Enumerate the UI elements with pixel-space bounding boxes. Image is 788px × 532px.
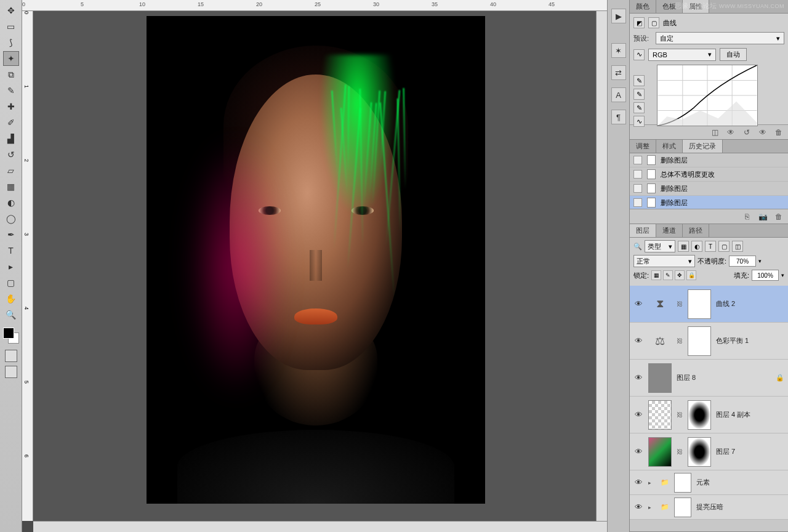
- type-tool[interactable]: T: [3, 243, 19, 258]
- layer-thumb[interactable]: [648, 363, 672, 393]
- move-tool[interactable]: ✥: [3, 3, 19, 18]
- tab-history[interactable]: 历史记录: [683, 140, 723, 153]
- history-item[interactable]: 总体不透明度更改: [630, 167, 788, 182]
- quick-mask-toggle[interactable]: [5, 350, 17, 362]
- lock-pixel-icon[interactable]: ✎: [663, 270, 673, 280]
- layer-thumb[interactable]: [648, 400, 672, 430]
- layer-mask-thumb[interactable]: [688, 437, 711, 467]
- quick-select-tool[interactable]: ✦: [3, 51, 19, 66]
- layer-row[interactable]: 👁▸📁提亮压暗: [630, 495, 788, 520]
- visibility-icon[interactable]: 👁: [757, 127, 768, 137]
- preset-select[interactable]: 自定▾: [656, 32, 784, 44]
- brush-preset-icon[interactable]: ✶: [611, 43, 626, 58]
- tab-styles[interactable]: 样式: [656, 140, 683, 153]
- layer-row[interactable]: 👁⛓图层 4 副本: [630, 397, 788, 433]
- filter-pixel-icon[interactable]: ▦: [678, 241, 689, 252]
- pen-tool[interactable]: ✒: [3, 227, 19, 242]
- blend-mode-select[interactable]: 正常▾: [633, 255, 695, 267]
- tab-color[interactable]: 颜色: [630, 0, 656, 13]
- layer-name[interactable]: 元素: [696, 478, 784, 487]
- screen-mode-toggle[interactable]: [5, 366, 17, 378]
- layer-visibility-icon[interactable]: 👁: [633, 410, 643, 420]
- shape-tool[interactable]: ▢: [3, 275, 19, 290]
- healing-tool[interactable]: ✚: [3, 99, 19, 114]
- play-icon[interactable]: ▶: [611, 9, 626, 23]
- layer-mask-thumb[interactable]: [688, 289, 711, 319]
- eyedropper-gray-icon[interactable]: ✎: [633, 89, 645, 100]
- history-item[interactable]: 删除图层: [630, 153, 788, 167]
- lock-pos-icon[interactable]: ✥: [675, 270, 685, 280]
- layer-thumb[interactable]: [648, 437, 672, 467]
- canvas-scrollbar-v[interactable]: [596, 11, 607, 521]
- reset-icon[interactable]: ↺: [741, 127, 752, 137]
- new-doc-from-state-icon[interactable]: ⎘: [741, 212, 752, 222]
- marquee-tool[interactable]: ▭: [3, 19, 19, 34]
- color-swatches[interactable]: [3, 328, 19, 344]
- filter-shape-icon[interactable]: ▢: [718, 241, 730, 252]
- curves-graph[interactable]: [657, 65, 758, 126]
- layer-mask-thumb[interactable]: [674, 498, 691, 517]
- layer-mask-thumb[interactable]: [674, 473, 691, 493]
- document-canvas[interactable]: [147, 16, 485, 504]
- history-brush-tool[interactable]: ↺: [3, 147, 19, 162]
- layer-name[interactable]: 曲线 2: [716, 299, 784, 308]
- layer-visibility-icon[interactable]: 👁: [633, 299, 643, 309]
- layer-mask-thumb[interactable]: [688, 326, 711, 356]
- tab-adjustments[interactable]: 调整: [630, 140, 656, 153]
- history-trash-icon[interactable]: 🗑: [773, 212, 784, 222]
- clip-icon[interactable]: ◫: [709, 127, 720, 137]
- eyedropper-white-icon[interactable]: ✎: [633, 102, 645, 113]
- eyedropper-black-icon[interactable]: ✎: [633, 75, 645, 86]
- gradient-tool[interactable]: ▦: [3, 179, 19, 194]
- lasso-tool[interactable]: ⟆: [3, 35, 19, 50]
- layer-row[interactable]: 👁⛓图层 7: [630, 433, 788, 470]
- paragraph-icon[interactable]: ¶: [611, 110, 626, 124]
- snapshot-icon[interactable]: 📷: [757, 212, 768, 222]
- filter-smart-icon[interactable]: ◫: [732, 241, 743, 252]
- view-prev-icon[interactable]: 👁: [725, 127, 736, 137]
- zoom-tool[interactable]: 🔍: [3, 307, 19, 322]
- channel-select[interactable]: RGB▾: [648, 49, 716, 61]
- layer-visibility-icon[interactable]: 👁: [633, 502, 643, 512]
- tab-channels[interactable]: 通道: [656, 224, 683, 237]
- dodge-tool[interactable]: ◯: [3, 211, 19, 226]
- mask-icon[interactable]: ▢: [648, 17, 659, 28]
- opacity-input[interactable]: 70%: [729, 256, 756, 267]
- layer-name[interactable]: 图层 7: [716, 447, 784, 456]
- lock-trans-icon[interactable]: ▦: [651, 270, 661, 280]
- foreground-color[interactable]: [3, 328, 14, 339]
- tab-paths[interactable]: 路径: [683, 224, 709, 237]
- group-toggle-icon[interactable]: ▸: [648, 504, 656, 510]
- history-item[interactable]: 删除图层: [630, 182, 788, 196]
- stamp-tool[interactable]: ▟: [3, 131, 19, 146]
- filter-type-icon[interactable]: T: [705, 241, 716, 252]
- layer-visibility-icon[interactable]: 👁: [633, 447, 643, 457]
- filter-type-select[interactable]: 类型▾: [645, 240, 675, 252]
- auto-button[interactable]: 自动: [720, 48, 747, 61]
- brush-tool[interactable]: ✐: [3, 115, 19, 130]
- blur-tool[interactable]: ◐: [3, 195, 19, 210]
- curve-point-icon[interactable]: ∿: [633, 116, 645, 127]
- trash-icon[interactable]: 🗑: [773, 127, 784, 137]
- fill-input[interactable]: 100%: [752, 270, 779, 281]
- hand-tool[interactable]: ✋: [3, 291, 19, 306]
- tab-layers[interactable]: 图层: [630, 224, 656, 237]
- layer-name[interactable]: 提亮压暗: [696, 502, 784, 512]
- character-icon[interactable]: A: [611, 87, 626, 102]
- layer-visibility-icon[interactable]: 👁: [633, 478, 643, 488]
- path-select-tool[interactable]: ▸: [3, 259, 19, 274]
- layer-row[interactable]: 👁图层 8🔒: [630, 360, 788, 397]
- layer-name[interactable]: 色彩平衡 1: [716, 336, 784, 345]
- canvas-area[interactable]: [33, 11, 607, 521]
- layer-name[interactable]: 图层 4 副本: [716, 410, 784, 419]
- layer-row[interactable]: 👁⧗⛓曲线 2: [630, 286, 788, 323]
- canvas-scrollbar-h[interactable]: [33, 521, 607, 532]
- history-item[interactable]: 删除图层: [630, 196, 788, 209]
- eyedropper-tool[interactable]: ✎: [3, 83, 19, 98]
- layer-row[interactable]: 👁▸📁元素: [630, 470, 788, 495]
- layer-visibility-icon[interactable]: 👁: [633, 336, 643, 346]
- crop-tool[interactable]: ⧉: [3, 67, 19, 82]
- layer-name[interactable]: 图层 8: [677, 373, 771, 382]
- eraser-tool[interactable]: ▱: [3, 163, 19, 178]
- filter-adj-icon[interactable]: ◐: [691, 241, 702, 252]
